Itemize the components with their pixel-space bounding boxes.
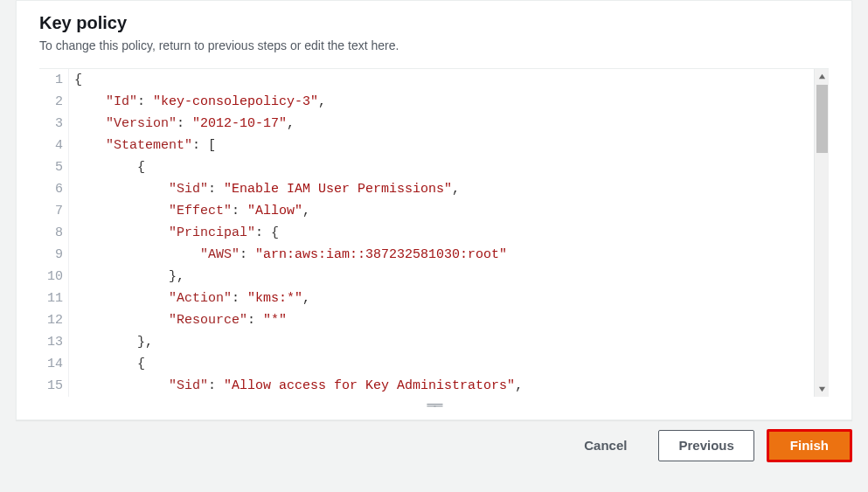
panel-header: Key policy To change this policy, return…: [17, 1, 851, 68]
code-area[interactable]: { "Id": "key-consolepolicy-3", "Version"…: [69, 69, 829, 397]
wizard-footer: Cancel Previous Finish: [0, 420, 868, 473]
previous-button[interactable]: Previous: [658, 430, 753, 461]
scroll-up-arrow-icon[interactable]: [815, 69, 829, 84]
code-line[interactable]: "Action": "kms:*",: [74, 288, 829, 309]
scroll-down-arrow-icon[interactable]: [815, 382, 829, 397]
cancel-button[interactable]: Cancel: [565, 431, 646, 461]
code-line[interactable]: {: [74, 69, 829, 91]
code-line[interactable]: {: [74, 156, 829, 178]
code-line[interactable]: "Sid": "Allow access for Key Administrat…: [74, 375, 829, 397]
code-line[interactable]: "Principal": {: [74, 222, 829, 244]
code-line[interactable]: "Resource": "*": [74, 309, 829, 331]
vertical-scrollbar[interactable]: [814, 69, 829, 397]
key-policy-panel: Key policy To change this policy, return…: [16, 0, 852, 420]
code-line[interactable]: "Version": "2012-10-17",: [74, 113, 829, 135]
code-line[interactable]: },: [74, 331, 829, 353]
code-line[interactable]: "Sid": "Enable IAM User Permissions",: [74, 178, 829, 200]
code-line[interactable]: "Statement": [: [74, 135, 829, 156]
scrollbar-thumb[interactable]: [816, 85, 828, 153]
code-line[interactable]: {: [74, 353, 829, 375]
code-line[interactable]: "AWS": "arn:aws:iam::387232581030:root": [74, 244, 829, 266]
panel-title: Key policy: [39, 13, 829, 33]
line-number-gutter: 123456789101112131415: [39, 69, 69, 397]
code-line[interactable]: },: [74, 266, 829, 288]
finish-button[interactable]: Finish: [767, 429, 852, 462]
policy-editor[interactable]: 123456789101112131415 { "Id": "key-conso…: [39, 68, 829, 397]
resize-grip-icon[interactable]: ══: [39, 398, 829, 411]
code-line[interactable]: "Id": "key-consolepolicy-3",: [74, 91, 829, 113]
code-line[interactable]: "Effect": "Allow",: [74, 200, 829, 222]
panel-subtitle: To change this policy, return to previou…: [39, 38, 829, 52]
